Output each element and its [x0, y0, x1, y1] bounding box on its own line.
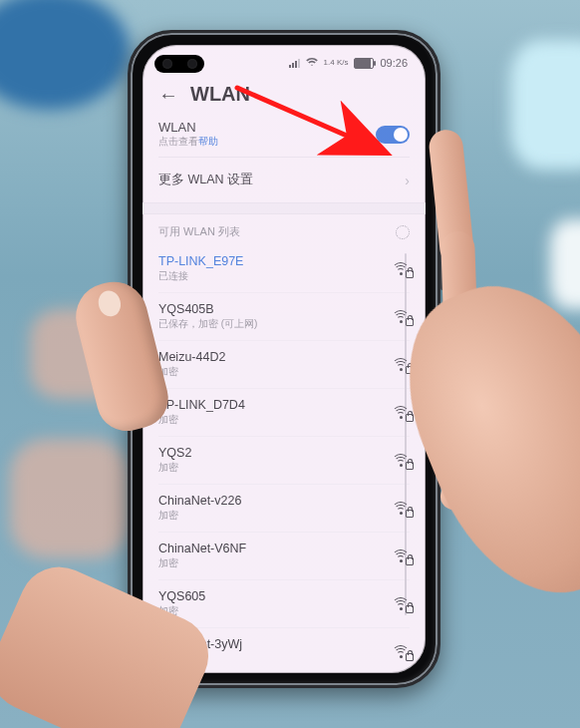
wlan-toggle[interactable] [376, 126, 410, 144]
help-link[interactable]: 帮助 [198, 136, 218, 147]
network-ssid: YQS2 [158, 446, 191, 460]
background-blob [0, 0, 130, 110]
network-meta: 已连接 [158, 269, 243, 283]
wifi-signal-icon [392, 502, 410, 516]
network-ssid: Meizu-44D2 [158, 350, 225, 364]
lock-icon [406, 318, 414, 326]
lock-icon [406, 414, 414, 422]
lock-icon [406, 510, 414, 518]
volume-up-button [440, 173, 444, 226]
network-meta: 已保存，加密 (可上网) [158, 317, 257, 331]
wifi-signal-icon [392, 406, 410, 420]
background-blob [510, 40, 580, 170]
lock-icon [406, 462, 414, 470]
camera-cutout [154, 55, 204, 73]
network-ssid: TP-LINK_E97E [158, 254, 243, 268]
available-networks-label: 可用 WLAN 列表 [158, 224, 240, 239]
network-ssid: ChinaNet-V6NF [158, 542, 246, 555]
cellular-signal-icon [289, 59, 300, 68]
battery-icon [354, 58, 374, 69]
network-meta: 加密 [158, 652, 242, 666]
lock-icon [406, 653, 414, 661]
wifi-signal-icon [392, 645, 410, 659]
page-title: WLAN [190, 83, 250, 106]
background-blob [10, 439, 130, 558]
wifi-signal-icon [392, 310, 410, 324]
wifi-signal-icon [392, 549, 410, 563]
wifi-signal-icon [392, 597, 410, 611]
network-ssid: ChinaNet-v226 [158, 494, 241, 508]
network-item[interactable]: YQS2加密 [158, 437, 410, 485]
phone-screen: 1.4 K/s 09:26 ← WLAN WLAN 点击查看帮助 [143, 45, 426, 673]
lock-icon [406, 605, 414, 613]
wifi-signal-icon [392, 262, 410, 276]
network-ssid: TP-LINK_D7D4 [158, 398, 245, 412]
network-item[interactable]: TP-LINK_E97E已连接 [158, 245, 410, 293]
section-gap [143, 202, 426, 214]
available-networks-header: 可用 WLAN 列表 [158, 214, 410, 245]
network-item[interactable]: Meizu-44D2加密 [158, 341, 410, 389]
network-item[interactable]: ChinaNet-V6NF加密 [158, 533, 410, 580]
content-scroll-area[interactable]: ← WLAN WLAN 点击查看帮助 [143, 75, 426, 673]
network-item[interactable]: ChinaNet-v226加密 [158, 485, 410, 533]
scene-background: 1.4 K/s 09:26 ← WLAN WLAN 点击查看帮助 [0, 0, 580, 728]
lock-icon [406, 270, 414, 278]
network-ssid: YQS605 [158, 589, 205, 603]
more-settings-label: 更多 WLAN 设置 [158, 172, 253, 188]
wlan-label: WLAN [158, 120, 218, 135]
network-item[interactable]: YQS605加密 [158, 580, 410, 628]
lock-icon [406, 366, 414, 374]
network-speed: 1.4 K/s [324, 59, 349, 67]
wlan-sublabel: 点击查看帮助 [158, 135, 218, 149]
volume-down-button [440, 236, 444, 290]
lock-icon [406, 557, 414, 565]
title-bar: ← WLAN [143, 75, 426, 110]
power-button [440, 322, 444, 360]
wifi-signal-icon [392, 454, 410, 468]
network-meta: 加密 [158, 509, 241, 523]
network-meta: 加密 [158, 556, 246, 570]
phone-frame: 1.4 K/s 09:26 ← WLAN WLAN 点击查看帮助 [128, 30, 440, 688]
network-ssid: ChinaNet-3yWj [158, 637, 242, 651]
background-blob [30, 309, 130, 399]
chevron-right-icon: › [405, 173, 410, 188]
network-meta: 加密 [158, 365, 225, 379]
divider [158, 157, 410, 158]
status-time: 09:26 [380, 57, 408, 69]
network-ssid: YQS405B [158, 302, 257, 316]
network-item[interactable]: ChinaNet-3yWj加密 [158, 628, 410, 673]
network-item[interactable]: TP-LINK_D7D4加密 [158, 389, 410, 437]
background-blob [550, 219, 580, 309]
network-list: TP-LINK_E97E已连接YQS405B已保存，加密 (可上网)Meizu-… [158, 245, 410, 673]
wifi-signal-icon [392, 358, 410, 372]
wlan-master-row: WLAN 点击查看帮助 [158, 110, 410, 155]
loading-spinner-icon [396, 225, 410, 239]
network-item[interactable]: YQS405B已保存，加密 (可上网) [158, 293, 410, 341]
wifi-status-icon [306, 57, 318, 69]
back-button[interactable]: ← [158, 85, 178, 105]
more-wlan-settings-row[interactable]: 更多 WLAN 设置 › [158, 160, 410, 200]
network-meta: 加密 [158, 413, 245, 427]
network-meta: 加密 [158, 461, 191, 475]
network-meta: 加密 [158, 604, 205, 618]
